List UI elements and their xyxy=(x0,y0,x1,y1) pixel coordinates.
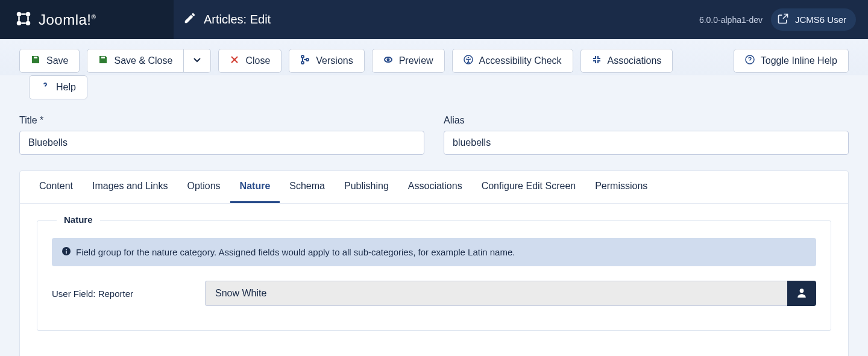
svg-point-3 xyxy=(26,21,31,26)
svg-point-17 xyxy=(66,249,67,250)
preview-button[interactable]: Preview xyxy=(372,49,445,73)
tab-associations[interactable]: Associations xyxy=(398,171,472,203)
title-input[interactable] xyxy=(19,131,424,155)
info-circle-icon xyxy=(61,246,71,258)
tab-schema[interactable]: Schema xyxy=(280,171,335,203)
tab-images-links[interactable]: Images and Links xyxy=(83,171,177,203)
page-title: Articles: Edit xyxy=(174,11,696,28)
fieldset-legend: Nature xyxy=(57,214,100,225)
user-icon xyxy=(796,287,807,300)
reporter-input[interactable] xyxy=(205,281,787,306)
save-icon xyxy=(98,55,108,67)
user-menu[interactable]: JCMS6 User xyxy=(771,8,856,31)
svg-point-19 xyxy=(800,289,804,293)
branch-icon xyxy=(300,55,310,67)
svg-point-1 xyxy=(26,12,31,17)
svg-point-12 xyxy=(387,59,389,61)
pencil-icon xyxy=(183,11,197,28)
tab-nature[interactable]: Nature xyxy=(230,171,280,203)
toggle-inline-help-button[interactable]: Toggle Inline Help xyxy=(734,49,849,73)
tab-content[interactable]: Content xyxy=(30,171,83,203)
eye-icon xyxy=(383,55,393,67)
question-circle-icon xyxy=(745,55,755,67)
reporter-field-label: User Field: Reporter xyxy=(52,289,190,299)
title-alias-row: Title * Alias xyxy=(19,115,849,155)
version-badge: 6.0.0-alpha1-dev xyxy=(696,15,763,25)
tab-configure-edit[interactable]: Configure Edit Screen xyxy=(472,171,586,203)
versions-button[interactable]: Versions xyxy=(289,49,364,73)
contract-icon xyxy=(592,55,602,67)
save-close-group: Save & Close xyxy=(87,49,211,73)
save-icon xyxy=(31,55,40,67)
accessibility-button[interactable]: Accessibility Check xyxy=(452,49,573,73)
field-group-info-alert: Field group for the nature category. Ass… xyxy=(52,238,816,266)
help-button[interactable]: Help xyxy=(29,75,87,99)
nature-fieldset: Nature Field group for the nature catego… xyxy=(37,220,831,331)
save-close-dropdown[interactable] xyxy=(184,49,211,73)
svg-point-10 xyxy=(306,58,309,61)
svg-rect-18 xyxy=(66,251,67,254)
brand-name: Joomla!® xyxy=(39,11,96,28)
joomla-logo-icon xyxy=(14,10,33,30)
select-user-button[interactable] xyxy=(787,281,816,306)
alias-input[interactable] xyxy=(444,131,849,155)
save-close-button[interactable]: Save & Close xyxy=(87,49,184,73)
close-icon xyxy=(230,55,239,67)
svg-point-8 xyxy=(301,55,304,58)
user-name: JCMS6 User xyxy=(795,14,846,25)
tab-permissions[interactable]: Permissions xyxy=(585,171,657,203)
save-button[interactable]: Save xyxy=(19,49,80,73)
svg-point-9 xyxy=(301,61,304,64)
brand-home[interactable]: Joomla!® xyxy=(0,0,174,39)
question-icon xyxy=(40,81,50,93)
chevron-down-icon xyxy=(192,55,202,67)
alias-label: Alias xyxy=(444,115,849,126)
external-link-icon xyxy=(777,13,789,27)
edit-tabs: Content Images and Links Options Nature … xyxy=(20,171,848,204)
associations-button[interactable]: Associations xyxy=(580,49,673,73)
svg-point-2 xyxy=(17,21,22,26)
tab-publishing[interactable]: Publishing xyxy=(335,171,398,203)
title-label: Title * xyxy=(19,115,424,126)
tab-options[interactable]: Options xyxy=(177,171,230,203)
svg-point-14 xyxy=(467,57,468,58)
svg-point-0 xyxy=(17,12,22,17)
close-button[interactable]: Close xyxy=(218,49,281,73)
accessibility-icon xyxy=(464,55,473,67)
